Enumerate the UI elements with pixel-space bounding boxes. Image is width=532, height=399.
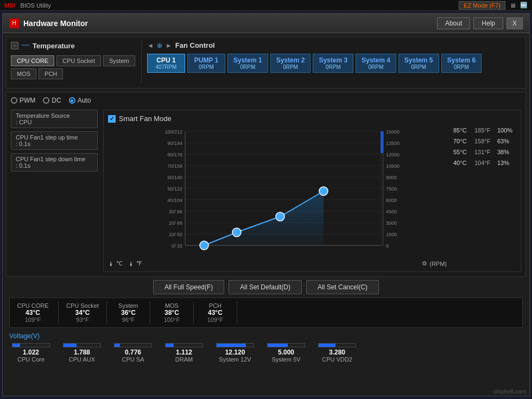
temp-ind-55: 55°C 131°F 38%	[451, 148, 516, 156]
stat-mos: MOS 38°C 100°F	[150, 301, 194, 324]
fan-system1[interactable]: System 1 0RPM	[227, 54, 268, 73]
volt-cpu-sa: 0.776 CPU SA	[111, 343, 155, 363]
arrow-icon: ◄	[147, 42, 154, 49]
arrow2-icon: ►	[166, 42, 172, 49]
svg-text:3000: 3000	[386, 220, 397, 226]
volt-bar-dram	[165, 343, 203, 347]
svg-text:10500: 10500	[386, 163, 400, 169]
svg-text:7500: 7500	[386, 186, 397, 192]
volt-fill-dram	[166, 344, 174, 347]
svg-text:60/140: 60/140	[167, 175, 182, 180]
chart-point-2[interactable]	[232, 228, 241, 237]
stat-system: System 36°C 96°F	[107, 301, 150, 324]
auto-circle	[69, 97, 75, 104]
bottom-stats: CPU CORE 43°C 109°F CPU Socket 34°C 93°F…	[9, 297, 523, 328]
temp-unit-celsius: 🌡 ℃ 🌡 ℉	[108, 260, 142, 267]
mode-row: PWM DC Auto	[11, 97, 521, 104]
step-up-box[interactable]: CPU Fan1 step up time : 0.1s	[11, 131, 98, 150]
temp-icon: 〰	[22, 41, 29, 50]
action-buttons: All Full Speed(F) All Set Default(D) All…	[6, 280, 526, 294]
svg-text:0/ 32: 0/ 32	[172, 243, 182, 249]
about-button[interactable]: About	[437, 17, 470, 29]
step-up-value: : 0.1s	[16, 141, 93, 147]
fan-system6[interactable]: System 6 0RPM	[441, 54, 482, 73]
left-controls: Temperature Source : CPU CPU Fan1 step u…	[11, 110, 98, 272]
set-default-button[interactable]: All Set Default(D)	[229, 280, 302, 294]
svg-text:12000: 12000	[386, 152, 400, 157]
svg-text:80/176: 80/176	[167, 152, 182, 157]
tab-cpu-core[interactable]: CPU CORE	[11, 55, 54, 66]
rpm-label: ⚙ (RPM)	[422, 260, 447, 267]
top-bar: MSI BIOS Utility EZ Mode (F7) 🖥 🔤	[0, 0, 532, 11]
temp-ind-40: 40°C 104°F 13%	[451, 159, 516, 167]
volt-bar-cpu-core	[12, 343, 50, 347]
temp-ind-70: 70°C 158°F 63%	[451, 137, 516, 145]
dc-circle	[43, 97, 49, 104]
help-button[interactable]: Help	[473, 17, 503, 29]
chart-svg-wrap: 100/212 90/194 80/176 70/158 60/140 50/1…	[108, 126, 447, 267]
fan-system5[interactable]: System 5 0RPM	[398, 54, 439, 73]
chart-point-4[interactable]	[319, 187, 328, 195]
tab-cpu-socket[interactable]: CPU Socket	[56, 55, 101, 66]
fan-grid: CPU 1 407RPM PUMP 1 0RPM System 1 0RPM S…	[147, 54, 521, 73]
title-bar: H Hardware Monitor About Help X	[3, 14, 529, 33]
step-up-label: CPU Fan1 step up time	[16, 134, 93, 141]
ez-mode-button[interactable]: EZ Mode (F7)	[459, 1, 505, 10]
monitor-icon: 🖥	[510, 2, 516, 9]
dc-radio[interactable]: DC	[43, 97, 61, 104]
auto-radio[interactable]: Auto	[69, 97, 91, 104]
svg-text:90/194: 90/194	[167, 141, 182, 146]
temp-ind-85: 85°C 185°F 100%	[451, 126, 516, 135]
smart-fan-area: PWM DC Auto Temperature So	[6, 92, 526, 277]
fan-cpu1[interactable]: CPU 1 407RPM	[147, 54, 185, 73]
temp-indicators: 85°C 185°F 100% 70°C 158°F 63%	[451, 126, 516, 267]
fan-system3[interactable]: System 3 0RPM	[313, 54, 353, 73]
step-down-value: : 0.1s	[16, 162, 93, 169]
volt-cpu-core: 1.022 CPU Core	[9, 343, 53, 363]
temp-source-box[interactable]: Temperature Source : CPU	[11, 110, 98, 128]
volt-fill-cpu-core	[12, 344, 20, 347]
pwm-circle	[11, 97, 17, 104]
collapse-button[interactable]: −	[11, 42, 18, 49]
pwm-radio[interactable]: PWM	[11, 97, 35, 104]
chart-svg: 100/212 90/194 80/176 70/158 60/140 50/1…	[108, 126, 447, 256]
svg-text:50/122: 50/122	[167, 186, 182, 192]
cancel-button[interactable]: All Set Cancel(C)	[306, 280, 379, 294]
fan-control-section: ◄ ⊕ ► Fan Control CPU 1 407RPM PUMP 1 0R…	[141, 41, 521, 84]
fan-system4[interactable]: System 4 0RPM	[356, 54, 396, 73]
tab-mos[interactable]: MOS	[11, 68, 36, 79]
svg-text:0: 0	[386, 243, 389, 249]
volt-bar-cpu-sa	[114, 343, 152, 347]
fan-control-header: ◄ ⊕ ► Fan Control	[147, 41, 521, 49]
close-button[interactable]: X	[506, 17, 523, 29]
tab-system[interactable]: System	[103, 55, 135, 66]
stat-pch: PCH 43°C 109°F	[194, 301, 237, 324]
stat-cpu-core: CPU CORE 43°C 109°F	[15, 301, 59, 324]
svg-marker-36	[204, 191, 324, 245]
fan-system2[interactable]: System 2 0RPM	[270, 54, 311, 73]
dc-label: DC	[52, 97, 61, 104]
stats-row: CPU CORE 43°C 109°F CPU Socket 34°C 93°F…	[15, 301, 517, 324]
volt-cpu-aux: 1.788 CPU AUX	[60, 343, 104, 363]
chart-footer: 🌡 ℃ 🌡 ℉ ⚙ (RPM)	[108, 260, 447, 267]
volt-fill-sys12v	[217, 344, 246, 347]
svg-text:13500: 13500	[386, 141, 400, 146]
smart-fan-checkbox[interactable]: ✓	[108, 115, 116, 123]
watermark: chiphell.com	[493, 388, 527, 395]
chart-point-1[interactable]	[200, 241, 208, 250]
pwm-label: PWM	[20, 97, 35, 104]
voltage-title: Voltage(V)	[9, 332, 523, 340]
full-speed-button[interactable]: All Full Speed(F)	[153, 280, 224, 294]
step-down-box[interactable]: CPU Fan1 step down time : 0.1s	[11, 153, 98, 172]
window-icon: H	[9, 18, 19, 28]
volt-bar-cpu-aux	[63, 343, 101, 347]
tab-pch[interactable]: PCH	[39, 68, 63, 79]
fan-pump1[interactable]: PUMP 1 0RPM	[187, 54, 225, 73]
volt-fill-cpu-sa	[115, 344, 120, 347]
temp-source-label: Temperature Source	[16, 112, 93, 119]
volt-sys12v: 12.120 System 12V	[213, 343, 257, 363]
temperature-title: Temperature	[33, 42, 75, 50]
volt-dram: 1.112 DRAM	[162, 343, 206, 363]
svg-text:40/104: 40/104	[167, 198, 182, 203]
chart-point-3[interactable]	[276, 212, 284, 221]
